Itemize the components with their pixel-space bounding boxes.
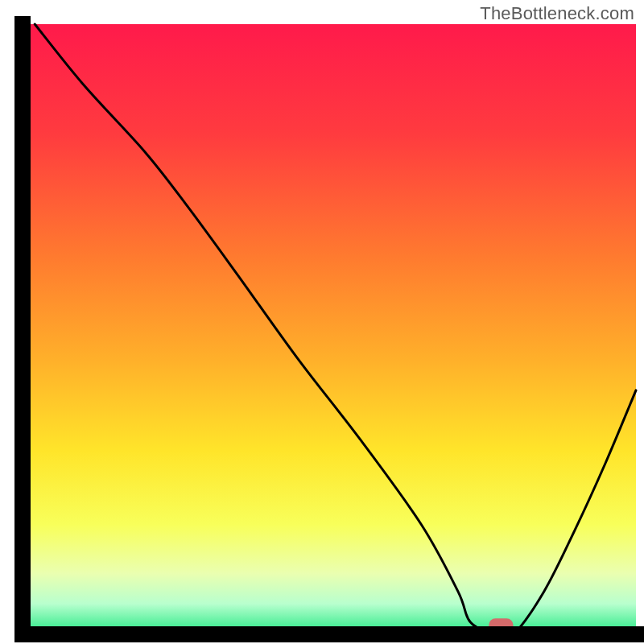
- gradient-background: [23, 24, 636, 634]
- chart-container: TheBottleneck.com: [0, 0, 644, 644]
- watermark-text: TheBottleneck.com: [480, 3, 634, 24]
- bottleneck-chart: [0, 0, 644, 644]
